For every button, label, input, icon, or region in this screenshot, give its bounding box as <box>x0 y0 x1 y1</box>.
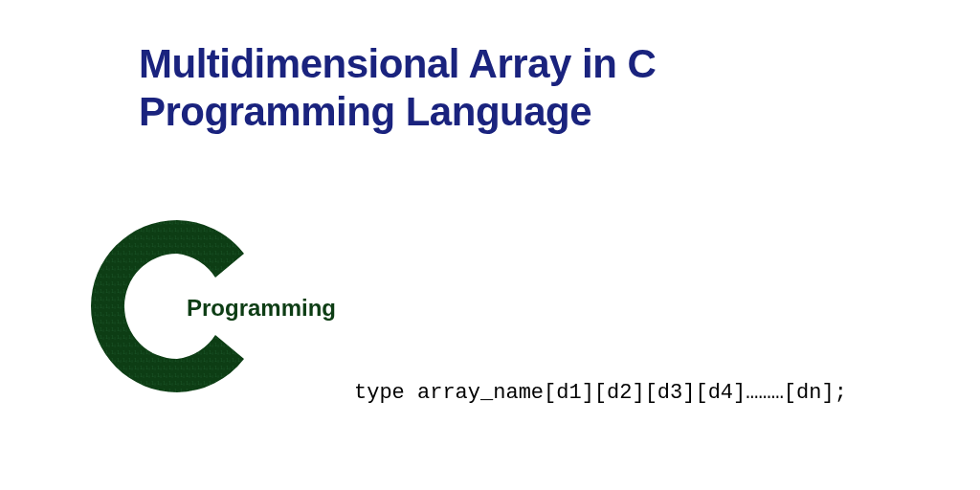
c-programming-logo: 1 0 Programming <box>81 211 349 412</box>
code-syntax-example: type array_name[d1][d2][d3][d4]………[dn]; <box>354 381 847 405</box>
logo-label: Programming <box>187 295 336 322</box>
page-title: Multidimensional Array in C Programming … <box>139 40 866 137</box>
